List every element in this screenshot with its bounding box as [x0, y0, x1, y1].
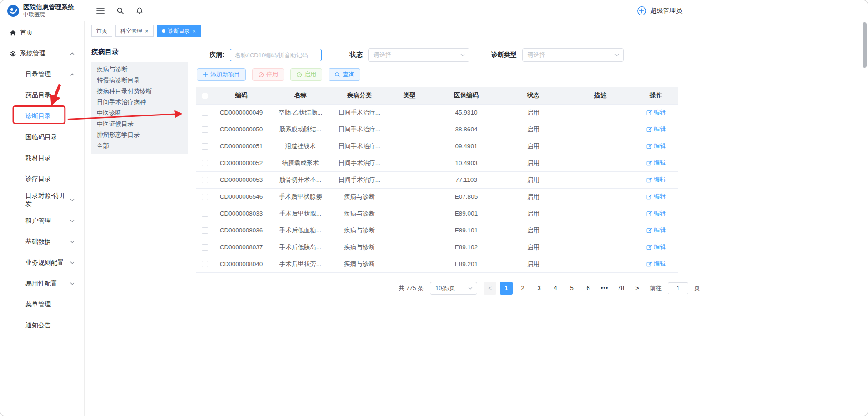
sidebar-item-8[interactable]: 目录对照-待开发 — [0, 190, 84, 211]
page-button-2[interactable]: 2 — [516, 282, 529, 295]
chevron-down-icon — [70, 239, 75, 245]
sidebar-item-4[interactable]: 诊断目录 — [0, 106, 84, 127]
edit-button[interactable]: 编辑 — [646, 192, 666, 200]
cell-status: 启用 — [500, 188, 566, 205]
row-checkbox[interactable] — [202, 110, 208, 116]
cell-insurance-code: E89.101 — [432, 222, 500, 239]
goto-page-input[interactable] — [668, 282, 688, 294]
edit-button[interactable]: 编辑 — [646, 108, 666, 116]
add-item-button[interactable]: 添加新项目 — [197, 68, 246, 81]
query-button[interactable]: 查询 — [329, 68, 360, 81]
close-icon[interactable]: × — [145, 28, 149, 34]
table-row-2: CD0000000051泪道挂线术日间手术治疗...09.4901启用编辑 — [196, 138, 678, 155]
page-button-3[interactable]: 3 — [533, 282, 545, 295]
enable-button[interactable]: 启用 — [290, 68, 322, 81]
cell-status: 启用 — [500, 222, 566, 239]
search-icon[interactable] — [116, 7, 124, 15]
tree-item-0[interactable]: 疾病与诊断 — [91, 64, 188, 75]
sidebar-item-14[interactable]: 通知公告 — [0, 315, 84, 336]
row-checkbox[interactable] — [202, 211, 208, 217]
sidebar-item-3[interactable]: 药品目录 — [0, 85, 84, 106]
cell-type — [387, 171, 432, 188]
plus-icon — [203, 72, 208, 77]
page-button-1[interactable]: 1 — [500, 282, 513, 295]
edit-button[interactable]: 编辑 — [646, 142, 666, 150]
page-size-select[interactable]: 10条/页 — [430, 282, 477, 295]
work-area: 疾病: 状态 请选择 诊断类型 请选择 — [196, 48, 868, 416]
tree-item-6[interactable]: 肿瘤形态学目录 — [91, 130, 188, 140]
tree-item-2[interactable]: 按病种目录付费诊断 — [91, 86, 188, 97]
edit-button[interactable]: 编辑 — [646, 125, 666, 133]
scrollbar-thumb[interactable] — [863, 22, 867, 68]
diagnosis-type-select[interactable]: 请选择 — [522, 48, 624, 62]
sidebar-item-11[interactable]: 业务规则配置 — [0, 252, 84, 273]
tree-item-5[interactable]: 中医证候目录 — [91, 119, 188, 130]
sidebar-item-0[interactable]: 首页 — [0, 22, 84, 43]
row-checkbox[interactable] — [202, 244, 208, 251]
sidebar-item-6[interactable]: 耗材目录 — [0, 148, 84, 169]
sidebar-item-5[interactable]: 国临码目录 — [0, 127, 84, 148]
cell-code: CD0000006546 — [214, 188, 269, 205]
more-pages-ellipsis[interactable]: ••• — [598, 282, 611, 295]
edit-button[interactable]: 编辑 — [646, 260, 666, 268]
prev-page-button[interactable]: < — [484, 282, 496, 295]
cell-type — [387, 205, 432, 222]
sidebar-item-10[interactable]: 基础数据 — [0, 231, 84, 252]
bell-icon[interactable] — [136, 7, 143, 15]
sidebar-item-9[interactable]: 租户管理 — [0, 211, 84, 231]
sidebar-item-13[interactable]: 菜单管理 — [0, 294, 84, 315]
disease-search-input[interactable] — [230, 49, 322, 61]
row-checkbox[interactable] — [202, 194, 208, 200]
tab-0[interactable]: 首页 — [91, 25, 112, 37]
cell-name: 空肠-乙状结肠... — [269, 104, 332, 121]
tree-item-7[interactable]: 全部 — [91, 140, 188, 151]
row-checkbox[interactable] — [202, 227, 208, 234]
next-page-button[interactable]: > — [631, 282, 644, 295]
close-icon[interactable]: × — [193, 28, 196, 34]
cell-description — [566, 155, 634, 171]
row-checkbox[interactable] — [202, 177, 208, 183]
edit-button[interactable]: 编辑 — [646, 209, 666, 217]
table-row-4: CD0000000053肋骨切开术不...日间手术治疗...77.1103启用编… — [196, 171, 678, 188]
sidebar-item-2[interactable]: 目录管理 — [0, 64, 84, 85]
tree-item-4[interactable]: 中医诊断 — [91, 108, 188, 119]
table-row-7: CD0000008036手术后低血糖...疾病与诊断E89.101启用编辑 — [196, 222, 678, 239]
page-button-5[interactable]: 5 — [565, 282, 578, 295]
page-button-78[interactable]: 78 — [614, 282, 627, 295]
tab-2[interactable]: 诊断目录× — [157, 25, 201, 37]
row-checkbox[interactable] — [202, 160, 208, 166]
edit-button[interactable]: 编辑 — [646, 226, 666, 234]
tab-1[interactable]: 科室管理× — [115, 25, 154, 37]
row-checkbox[interactable] — [202, 261, 208, 267]
goto-label: 前往 — [650, 284, 662, 292]
user-menu[interactable]: 超级管理员 — [637, 6, 682, 16]
edit-button[interactable]: 编辑 — [646, 159, 666, 167]
page-button-6[interactable]: 6 — [582, 282, 594, 295]
cell-insurance-code: 38.8604 — [432, 121, 500, 138]
total-count: 共 775 条 — [399, 284, 424, 292]
row-checkbox[interactable] — [202, 143, 208, 150]
status-select[interactable]: 请选择 — [368, 48, 469, 62]
cell-insurance-code: 45.9310 — [432, 104, 500, 121]
disable-button[interactable]: 停用 — [252, 68, 284, 81]
cell-category: 日间手术治疗... — [332, 138, 387, 155]
edit-button[interactable]: 编辑 — [646, 175, 666, 184]
menu-collapse-icon[interactable] — [96, 7, 105, 15]
sidebar-item-12[interactable]: 易用性配置 — [0, 273, 84, 294]
query-label: 查询 — [343, 70, 354, 79]
cell-code: CD0000000052 — [214, 155, 269, 171]
vertical-scrollbar[interactable] — [863, 22, 867, 413]
cell-name: 结膜囊成形术 — [269, 155, 332, 171]
page-button-4[interactable]: 4 — [549, 282, 562, 295]
cell-description — [566, 171, 634, 188]
edit-button[interactable]: 编辑 — [646, 243, 666, 251]
tab-bar: 首页科室管理×诊断目录× — [85, 21, 868, 40]
search-icon — [334, 72, 340, 78]
tree-item-1[interactable]: 特慢病诊断目录 — [91, 75, 188, 86]
row-checkbox[interactable] — [202, 126, 208, 133]
tree-item-3[interactable]: 日间手术治疗病种 — [91, 97, 188, 108]
cell-description — [566, 239, 634, 256]
sidebar-item-1[interactable]: 系统管理 — [0, 43, 84, 64]
sidebar-item-7[interactable]: 诊疗目录 — [0, 169, 84, 190]
select-all-checkbox[interactable] — [202, 93, 208, 99]
